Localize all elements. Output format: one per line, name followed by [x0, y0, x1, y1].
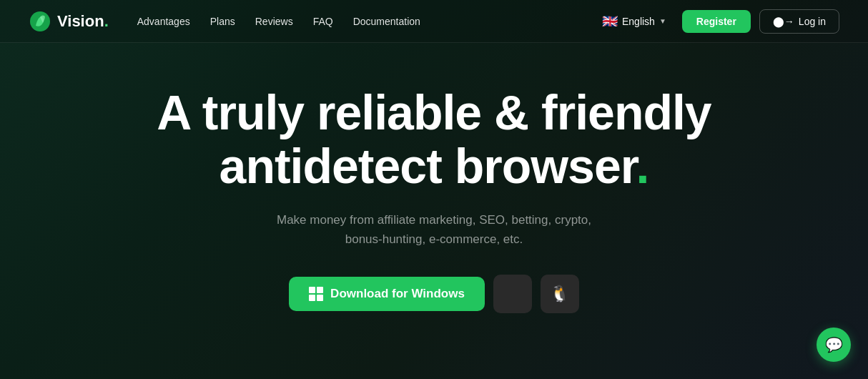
flag-icon: 🇬🇧	[602, 15, 618, 28]
header-right: 🇬🇧 English ▼ Register ⬤→ Log in	[595, 9, 839, 34]
hero-subtitle: Make money from affiliate marketing, SEO…	[262, 210, 606, 249]
download-windows-button[interactable]: Download for Windows	[289, 277, 485, 311]
login-icon: ⬤→	[773, 16, 794, 27]
nav-advantages[interactable]: Advantages	[137, 16, 190, 27]
logo-icon	[29, 10, 51, 33]
nav-documentation[interactable]: Documentation	[353, 16, 420, 27]
language-selector[interactable]: 🇬🇧 English ▼	[595, 11, 674, 32]
nav-faq[interactable]: FAQ	[313, 16, 333, 27]
download-linux-button[interactable]: 🐧	[541, 275, 579, 313]
windows-icon	[309, 287, 323, 301]
nav-plans[interactable]: Plans	[210, 16, 235, 27]
chevron-down-icon: ▼	[659, 17, 666, 25]
header-left: Vision. Advantages Plans Reviews FAQ Doc…	[29, 10, 420, 33]
logo[interactable]: Vision.	[29, 10, 109, 33]
login-button[interactable]: ⬤→ Log in	[759, 9, 839, 34]
download-mac-button[interactable]	[493, 275, 532, 313]
hero-buttons: Download for Windows 🐧	[289, 275, 579, 313]
logo-text: Vision.	[57, 12, 109, 31]
main-nav: Advantages Plans Reviews FAQ Documentati…	[137, 16, 420, 27]
linux-icon: 🐧	[550, 285, 569, 303]
chat-support-button[interactable]: 💬	[817, 328, 851, 362]
hero-section: A truly reliable & friendly antidetect b…	[0, 43, 868, 342]
main-header: Vision. Advantages Plans Reviews FAQ Doc…	[0, 0, 868, 43]
register-button[interactable]: Register	[682, 10, 751, 33]
lang-label: English	[622, 16, 655, 27]
hero-title: A truly reliable & friendly antidetect b…	[157, 86, 711, 193]
nav-reviews[interactable]: Reviews	[255, 16, 293, 27]
chat-icon: 💬	[825, 336, 843, 353]
